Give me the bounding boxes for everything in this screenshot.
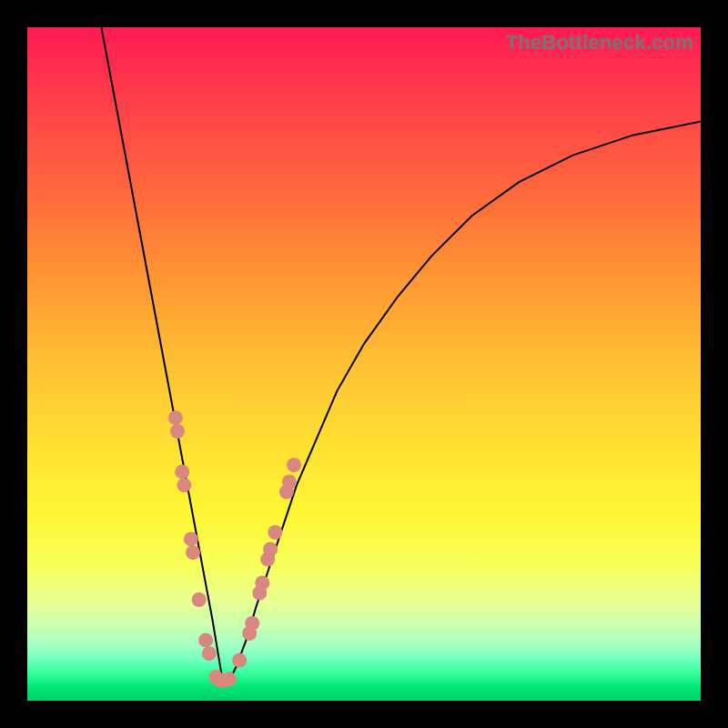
marker-dot: [198, 632, 213, 647]
marker-dot: [245, 616, 259, 631]
marker-dot: [168, 410, 183, 425]
marker-dot: [202, 646, 217, 661]
marker-dot: [184, 531, 198, 546]
marker-dot: [282, 475, 297, 490]
marker-dot: [170, 424, 185, 439]
marker-dot: [222, 672, 237, 686]
marker-group: [168, 410, 301, 688]
bottleneck-chart: [27, 27, 701, 701]
marker-dot: [287, 458, 301, 472]
marker-dot: [232, 653, 247, 668]
marker-dot: [192, 592, 207, 607]
chart-frame: TheBottleneck.com: [27, 27, 701, 701]
marker-dot: [177, 478, 191, 492]
marker-dot: [268, 525, 282, 540]
marker-dot: [175, 464, 189, 479]
marker-dot: [186, 545, 200, 560]
marker-dot: [255, 576, 269, 591]
marker-dot: [263, 542, 278, 557]
bottleneck-curve: [101, 27, 701, 681]
